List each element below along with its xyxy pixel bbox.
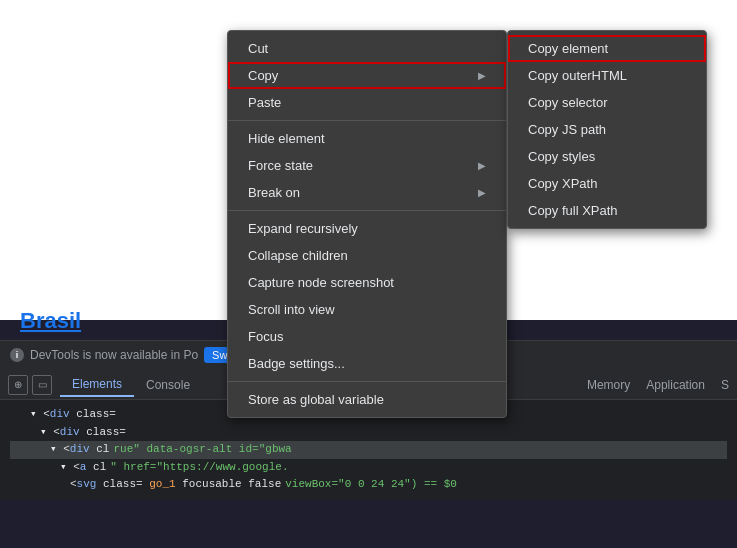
menu-divider-2 bbox=[228, 210, 506, 211]
code-line-2: ▾ <div class= bbox=[10, 424, 727, 442]
tab-icon-group: ⊕ ▭ bbox=[8, 375, 52, 395]
submenu-item-copy-outerhtml[interactable]: Copy outerHTML bbox=[508, 62, 706, 89]
menu-item-break-on[interactable]: Break on ▶ bbox=[228, 179, 506, 206]
brasil-label: Brasil bbox=[20, 308, 81, 333]
info-icon: i bbox=[10, 348, 24, 362]
code-line-5: <svg class= go_1 focusable false viewBox… bbox=[10, 476, 727, 494]
code-line-3: ▾ <div cl rue" data-ogsr-alt id="gbwa bbox=[10, 441, 727, 459]
tab-application[interactable]: Application bbox=[646, 378, 705, 392]
submenu-item-copy-element[interactable]: Copy element bbox=[508, 35, 706, 62]
menu-item-store-global[interactable]: Store as global variable bbox=[228, 386, 506, 413]
submenu-item-copy-full-xpath[interactable]: Copy full XPath bbox=[508, 197, 706, 224]
menu-item-badge-settings[interactable]: Badge settings... bbox=[228, 350, 506, 377]
menu-item-copy[interactable]: Copy ▶ bbox=[228, 62, 506, 89]
devtools-message: DevTools is now available in Po bbox=[30, 348, 198, 362]
submenu-item-copy-js-path[interactable]: Copy JS path bbox=[508, 116, 706, 143]
tab-memory[interactable]: Memory bbox=[587, 378, 630, 392]
device-mode-icon[interactable]: ▭ bbox=[32, 375, 52, 395]
tab-sources[interactable]: S bbox=[721, 378, 729, 392]
element-picker-icon[interactable]: ⊕ bbox=[8, 375, 28, 395]
context-menu: Cut Copy ▶ Paste Hide element Force stat… bbox=[227, 30, 507, 418]
break-on-arrow: ▶ bbox=[478, 187, 486, 198]
submenu-item-copy-styles[interactable]: Copy styles bbox=[508, 143, 706, 170]
menu-item-focus[interactable]: Focus bbox=[228, 323, 506, 350]
submenu-item-copy-selector[interactable]: Copy selector bbox=[508, 89, 706, 116]
copy-submenu: Copy element Copy outerHTML Copy selecto… bbox=[507, 30, 707, 229]
menu-divider-1 bbox=[228, 120, 506, 121]
copy-submenu-arrow: ▶ bbox=[478, 70, 486, 81]
menu-item-hide-element[interactable]: Hide element bbox=[228, 125, 506, 152]
brasil-heading: Brasil bbox=[20, 308, 81, 334]
code-line-4: ▾ <a cl " href="https://www.google. bbox=[10, 459, 727, 477]
menu-item-cut[interactable]: Cut bbox=[228, 35, 506, 62]
menu-item-force-state[interactable]: Force state ▶ bbox=[228, 152, 506, 179]
submenu-item-copy-xpath[interactable]: Copy XPath bbox=[508, 170, 706, 197]
menu-item-capture-screenshot[interactable]: Capture node screenshot bbox=[228, 269, 506, 296]
tab-console[interactable]: Console bbox=[134, 374, 202, 396]
menu-item-scroll-into-view[interactable]: Scroll into view bbox=[228, 296, 506, 323]
menu-item-collapse-children[interactable]: Collapse children bbox=[228, 242, 506, 269]
menu-item-paste[interactable]: Paste bbox=[228, 89, 506, 116]
menu-item-expand-recursively[interactable]: Expand recursively bbox=[228, 215, 506, 242]
force-state-arrow: ▶ bbox=[478, 160, 486, 171]
tab-right-group: Memory Application S bbox=[587, 378, 729, 392]
tab-elements[interactable]: Elements bbox=[60, 373, 134, 397]
menu-divider-3 bbox=[228, 381, 506, 382]
